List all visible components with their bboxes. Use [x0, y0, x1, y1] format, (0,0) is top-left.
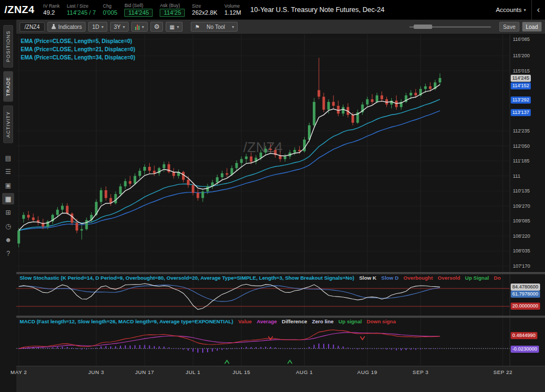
axis-value-bubble: 113'137 [511, 109, 531, 116]
orders-box-icon[interactable]: ▣ [2, 179, 14, 191]
stoch-legend-slow-d: Slow D [382, 275, 399, 281]
contract-title: 10-Year U.S. Treasury Note Futures, Dec-… [250, 6, 384, 14]
time-axis-label: JUN 17 [135, 369, 154, 375]
indicators-button[interactable]: Indicators [47, 22, 86, 32]
macd-axis[interactable]: 0.4844990-0.0230000 [510, 318, 545, 366]
price-chart[interactable]: EMA (Price=CLOSE, Length=5, Displace=0) … [16, 34, 510, 272]
price-axis-label: 109'085 [513, 218, 530, 224]
chevron-down-icon: ▾ [101, 25, 104, 29]
sidebar-tab-trade[interactable]: TRADE [3, 71, 13, 102]
price-axis-label: 115'015 [513, 68, 530, 74]
quote-field-iv-rank: IV Rank49.2 [43, 3, 59, 16]
time-axis-label: MAY 2 [10, 369, 27, 375]
stochastic-axis[interactable]: 84.478060061.797800020.0000000 [510, 274, 545, 316]
timeframe-dropdown[interactable]: 1D▾ [88, 22, 107, 32]
stoch-legend-overbought: Overbought [403, 275, 433, 281]
load-button[interactable]: Load [522, 22, 542, 32]
stoch-legend-slow-k: Slow K [359, 275, 377, 281]
price-axis[interactable]: 116'085115'200115'015112'235112'050111'1… [510, 34, 545, 272]
field-value: 114'245 / 7 [67, 9, 96, 16]
macd-label-row: MACD (Fast length=12, Slow length=26, MA… [20, 318, 508, 324]
stochastic-legend: Slow KSlow DOverboughtOversoldUp SignalD… [359, 275, 501, 281]
flask-icon [51, 23, 56, 31]
axis-value-bubble: 114'152 [511, 82, 531, 89]
macd-legend-up-signal: Up signal [338, 318, 362, 324]
price-axis-label: 112'235 [513, 128, 530, 134]
time-axis[interactable]: MAY 2JUN 3JUN 17JUL 1JUL 15AUG 1AUG 19SE… [16, 366, 545, 392]
chevron-down-icon: ▾ [177, 25, 179, 29]
settings-gear-button[interactable]: ⚙ [150, 22, 163, 32]
grid-layout-icon[interactable]: ⊞ [2, 207, 14, 218]
axis-value-bubble: 114'245 [511, 75, 531, 82]
layout-grid-dropdown[interactable]: ▦▾ [166, 22, 183, 32]
range-dropdown[interactable]: 3Y▾ [110, 22, 129, 32]
contacts-icon[interactable]: ☻ [2, 234, 14, 245]
field-label: Bid (Sell) [124, 3, 153, 9]
symbol-label: /ZNZ4 [4, 4, 34, 16]
field-value[interactable]: 114'25 [160, 9, 185, 17]
slider-handle[interactable] [414, 25, 432, 29]
stochastic-label-row: Slow Stochastic (K Period=14, D Period=9… [20, 275, 508, 281]
flag-icon: ⚑ [195, 24, 199, 30]
sidebar-tab-positions[interactable]: POSITIONS [3, 25, 13, 68]
collapse-panel-button[interactable]: ‹ [531, 0, 545, 20]
field-value[interactable]: 114'245 [124, 9, 153, 17]
chart-symbol-tab[interactable]: /ZNZ4 [20, 22, 45, 32]
price-axis-label: 111'185 [513, 158, 529, 164]
time-axis-label: SEP 22 [493, 369, 512, 375]
macd-chart[interactable]: MACD (Fast length=12, Slow length=26, MA… [16, 318, 510, 366]
macd-legend-zero-line: Zero line [312, 318, 334, 324]
time-axis-label: JUN 3 [88, 369, 104, 375]
help-icon[interactable]: ? [2, 248, 14, 259]
axis-value-bubble: 84.4780600 [511, 284, 540, 291]
quote-field-chg: Chg0'005 [103, 3, 118, 16]
gear-icon: ⚙ [154, 23, 160, 31]
accounts-dropdown[interactable]: Accounts ▾ [491, 7, 531, 13]
stochastic-pane: Slow Stochastic (K Period=14, D Period=9… [16, 274, 545, 316]
price-axis-label: 115'200 [513, 53, 530, 58]
symbol-watermark: /ZNZ4 [243, 139, 282, 156]
save-button[interactable]: Save [499, 22, 519, 32]
price-axis-label: 112'050 [513, 143, 530, 149]
field-label: Last / Size [67, 3, 96, 9]
macd-legend-average: Average [257, 318, 277, 324]
stochastic-study-label: Slow Stochastic (K Period=14, D Period=9… [20, 275, 354, 281]
time-axis-label: JUL 1 [186, 369, 201, 375]
macd-pane: MACD (Fast length=12, Slow length=26, MA… [16, 318, 545, 366]
price-axis-label: 108'035 [513, 248, 530, 254]
stochastic-chart[interactable]: Slow Stochastic (K Period=14, D Period=9… [16, 274, 510, 316]
tool-value: No Tool [207, 24, 225, 30]
stoch-legend-do: Do [494, 275, 501, 281]
drawing-tool-dropdown[interactable]: ⚑ No Tool ▾ [191, 22, 238, 32]
time-zoom-slider[interactable] [409, 23, 491, 30]
indicators-label: Indicators [58, 24, 82, 30]
history-clock-icon[interactable]: ◷ [2, 220, 14, 232]
axis-value-bubble: -0.0230000 [511, 346, 539, 353]
chart-icon[interactable]: ▦ [2, 193, 14, 204]
macd-study-label: MACD (Fast length=12, Slow length=26, MA… [20, 318, 233, 324]
macd-legend-value: Value [238, 318, 252, 324]
ema34-label: EMA (Price=CLOSE, Length=34, Displace=0) [21, 53, 135, 62]
ema21-label: EMA (Price=CLOSE, Length=21, Displace=0) [21, 45, 135, 53]
monitor-icon[interactable]: ▤ [2, 152, 14, 164]
quote-field-ask-buy: Ask (Buy)114'25 [160, 3, 185, 17]
chevron-down-icon: ▾ [232, 25, 234, 29]
field-label: Size [192, 3, 217, 9]
chart-style-dropdown[interactable]: ▾ [131, 22, 148, 32]
field-label: Chg [103, 3, 118, 9]
field-label: Ask (Buy) [160, 3, 185, 9]
chevron-down-icon: ▾ [123, 25, 125, 29]
field-label: Volume [225, 3, 241, 9]
sidebar-tab-activity[interactable]: ACTIVITY [3, 106, 13, 143]
range-value: 3Y [114, 24, 120, 30]
field-value: 262x2.8K [192, 9, 217, 16]
watchlist-icon[interactable]: ☰ [2, 166, 14, 177]
field-value: 0'005 [103, 9, 118, 16]
axis-value-bubble: 0.4844990 [511, 332, 537, 339]
time-axis-label: AUG 19 [358, 369, 378, 375]
price-axis-label: 108'220 [513, 233, 530, 239]
time-axis-label: SEP 3 [413, 369, 428, 375]
quote-field-size: Size262x2.8K [192, 3, 217, 16]
chevron-down-icon: ▾ [524, 8, 526, 13]
axis-value-bubble: 61.7978000 [511, 291, 540, 298]
